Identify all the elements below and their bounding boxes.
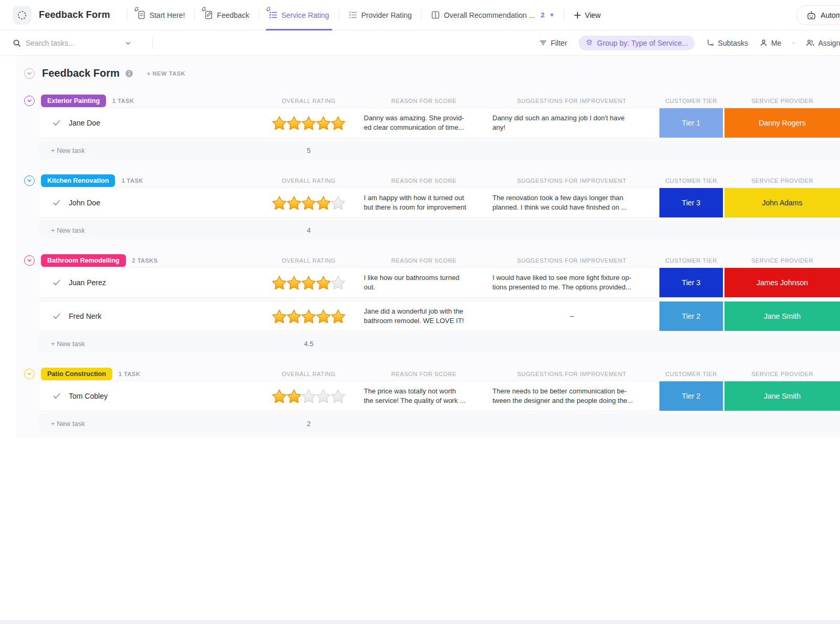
task-name-cell[interactable]: Tom Cobley xyxy=(39,381,273,411)
chevron-down-icon xyxy=(27,371,32,377)
task-name[interactable]: Tom Cobley xyxy=(69,392,108,400)
reason-cell[interactable]: I am happy with how it turned out but th… xyxy=(364,188,484,217)
view-label: View xyxy=(585,11,601,19)
task-row[interactable]: Fred Nerk Jane did a wonderful job with … xyxy=(39,301,840,331)
collapse-section-chevron[interactable] xyxy=(24,68,35,79)
info-icon[interactable] xyxy=(125,69,133,78)
task-name-cell[interactable]: Jane Doe xyxy=(39,108,273,138)
customer-tier-chip[interactable]: Tier 3 xyxy=(659,268,723,297)
collapse-group-chevron[interactable] xyxy=(24,96,35,106)
reason-cell[interactable]: Danny was amazing. She provid- ed clear … xyxy=(364,108,484,138)
subtasks-button[interactable]: Subtasks xyxy=(706,39,748,47)
collapse-group-chevron[interactable] xyxy=(24,369,35,379)
view-title: Feedback Form xyxy=(39,9,110,20)
column-header-tier: CUSTOMER TIER xyxy=(659,257,723,264)
reason-cell[interactable]: I like how our bathrooms turned out. xyxy=(364,268,484,297)
tab-overall-recommendation[interactable]: Overall Recommendation ... 2 ▼ xyxy=(425,6,561,24)
collapse-group-chevron[interactable] xyxy=(24,175,35,186)
customer-tier-chip[interactable]: Tier 2 xyxy=(659,381,723,411)
group-badge[interactable]: Kitchen Renovation xyxy=(41,174,115,187)
group-bathroom-remodelling: Bathroom Remodelling 2 TASKS OVERALL RAT… xyxy=(16,254,840,352)
customer-tier-chip[interactable]: Tier 3 xyxy=(659,188,723,217)
service-provider-chip[interactable]: Jane Smith xyxy=(724,301,840,331)
task-row[interactable]: John Doe I am happy with how it turned o… xyxy=(39,188,840,218)
toolbar: Filter Group by: Type of Service... Subt… xyxy=(0,30,840,56)
reason-cell[interactable]: The price was totally not worth the serv… xyxy=(364,381,484,411)
collapse-group-chevron[interactable] xyxy=(24,255,35,266)
suggestion-cell[interactable]: The renovation took a few days longer th… xyxy=(492,188,651,217)
service-provider-chip[interactable]: James Johnson xyxy=(724,268,840,297)
task-name[interactable]: Juan Perez xyxy=(69,278,106,287)
new-task-button[interactable]: + New task xyxy=(39,226,273,234)
assignee-label: Assignee xyxy=(818,39,840,47)
search-input[interactable] xyxy=(26,39,120,47)
search-box[interactable] xyxy=(13,39,148,47)
group-footer: + New task 5 xyxy=(39,141,840,159)
new-task-button[interactable]: + New task xyxy=(39,420,273,428)
group-badge[interactable]: Exterior Painting xyxy=(41,95,106,107)
service-provider-chip[interactable]: Jane Smith xyxy=(724,381,840,411)
plus-icon xyxy=(574,12,581,19)
suggestion-cell[interactable]: There needs to be better communication b… xyxy=(492,381,651,411)
task-name-cell[interactable]: Juan Perez xyxy=(39,268,273,297)
task-row[interactable]: Tom Cobley The price was totally not wor… xyxy=(39,381,840,411)
check-icon[interactable] xyxy=(52,199,61,207)
rating-cell[interactable] xyxy=(273,381,344,411)
service-provider-chip[interactable]: Danny Rogers xyxy=(724,108,840,138)
list-view-content: Feedback Form + NEW TASK Exterior Painti… xyxy=(16,56,840,438)
rating-cell[interactable] xyxy=(273,188,344,217)
rating-cell[interactable] xyxy=(273,268,344,297)
chevron-down-icon xyxy=(27,71,32,76)
new-task-button-top[interactable]: + NEW TASK xyxy=(147,70,185,77)
star-filled-icon xyxy=(286,389,302,404)
column-header-provider: SERVICE PROVIDER xyxy=(724,178,840,184)
reason-cell[interactable]: Jane did a wonderful job with the bathro… xyxy=(364,301,484,331)
customer-tier-chip[interactable]: Tier 1 xyxy=(659,108,723,138)
tab-provider-rating[interactable]: Provider Rating xyxy=(342,6,418,24)
chevron-down-icon[interactable] xyxy=(125,40,131,46)
group-by-button[interactable]: Group by: Type of Service... xyxy=(579,36,695,50)
column-header-tier: CUSTOMER TIER xyxy=(659,371,723,377)
check-icon[interactable] xyxy=(52,119,61,127)
task-name-cell[interactable]: John Doe xyxy=(39,188,273,217)
task-row[interactable]: Juan Perez I like how our bathrooms turn… xyxy=(39,267,840,298)
suggestion-cell[interactable]: I would have liked to see more light fix… xyxy=(492,268,651,297)
tab-label: Start Here! xyxy=(150,11,185,19)
tab-start-here[interactable]: Start Here! xyxy=(131,6,192,24)
task-row[interactable]: Jane Doe Danny was amazing. She provid- … xyxy=(39,108,840,138)
me-filter-button[interactable]: Me xyxy=(760,39,781,47)
check-icon[interactable] xyxy=(52,278,61,287)
group-task-count: 2 TASKS xyxy=(132,257,158,264)
task-name[interactable]: Fred Nerk xyxy=(69,312,101,320)
check-icon[interactable] xyxy=(52,392,61,400)
rating-sum: 2 xyxy=(273,420,344,428)
tab-service-rating[interactable]: Service Rating xyxy=(262,6,335,24)
new-task-button[interactable]: + New task xyxy=(39,147,273,154)
new-task-button[interactable]: + New task xyxy=(39,340,273,348)
rating-cell[interactable] xyxy=(273,108,344,138)
assignee-button[interactable]: Assignee xyxy=(806,39,840,47)
task-name[interactable]: Jane Doe xyxy=(69,119,100,127)
filter-button[interactable]: Filter xyxy=(539,39,567,47)
task-name-cell[interactable]: Fred Nerk xyxy=(39,301,273,331)
group-header: Exterior Painting 1 TASK OVERALL RATING … xyxy=(24,94,840,108)
automate-button[interactable]: Automate xyxy=(796,5,840,25)
group-badge[interactable]: Bathroom Remodelling xyxy=(41,254,126,267)
tab-feedback[interactable]: Feedback xyxy=(198,6,255,24)
caret-down-icon[interactable]: ▼ xyxy=(549,12,554,18)
tab-count-badge[interactable]: 2 xyxy=(541,11,544,19)
check-icon[interactable] xyxy=(52,312,61,320)
group-badge[interactable]: Patio Construction xyxy=(41,368,112,380)
rating-sum: 4.5 xyxy=(273,340,344,348)
suggestion-cell[interactable]: Danny did such an amazing job I don't ha… xyxy=(492,108,651,138)
add-view-button[interactable]: View xyxy=(568,7,607,24)
task-name[interactable]: John Doe xyxy=(69,199,100,207)
horizontal-scrollbar[interactable] xyxy=(0,620,840,624)
rating-cell[interactable] xyxy=(273,301,344,331)
customer-tier-chip[interactable]: Tier 2 xyxy=(659,301,723,331)
me-label: Me xyxy=(771,39,781,47)
service-provider-chip[interactable]: John Adams xyxy=(724,188,840,217)
suggestion-cell[interactable]: – xyxy=(492,301,651,331)
column-header-suggestions: SUGGESTIONS FOR IMPROVEMENT xyxy=(492,98,651,104)
column-header-suggestions: SUGGESTIONS FOR IMPROVEMENT xyxy=(492,257,651,264)
